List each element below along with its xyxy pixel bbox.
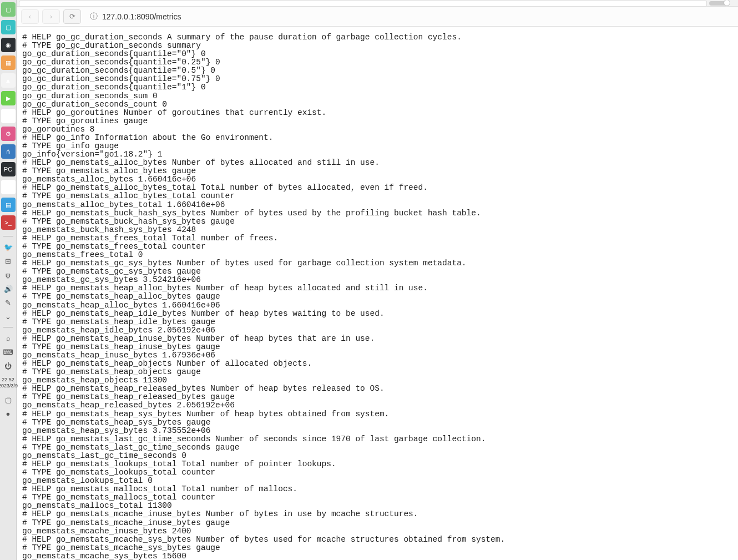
chevron-down-icon[interactable]: ⌄ — [2, 310, 14, 322]
clock-time: 22:52 — [0, 377, 18, 383]
dock-sidebar: ▢▢◉▦▲▶9⚙⋔PC☁▤>_ 🐦⊞ψ🔊✎⌄ ⌕⌨⏻ 22:52 2023/3/… — [0, 0, 17, 560]
app-cloud-icon[interactable]: ☁ — [1, 180, 16, 194]
info-icon: ⓘ — [90, 12, 98, 22]
volume-icon[interactable]: 🔊 — [2, 282, 14, 295]
app-pycharm-icon[interactable]: PC — [1, 162, 16, 176]
app-browser-icon[interactable]: ◉ — [1, 38, 16, 52]
address-bar[interactable]: ⓘ 127.0.0.1:8090/metrics — [84, 9, 734, 24]
usb-icon[interactable]: ψ — [2, 269, 14, 281]
back-button[interactable]: ‹ — [21, 9, 39, 24]
chevron-left-icon: ‹ — [29, 12, 31, 21]
toggle-switch[interactable] — [709, 1, 734, 6]
url-text: 127.0.0.1:8090/metrics — [102, 12, 181, 21]
tab-strip[interactable] — [19, 1, 707, 6]
power-icon[interactable]: ⏻ — [2, 360, 14, 372]
forward-button[interactable]: › — [42, 9, 60, 24]
separator — [3, 327, 13, 327]
clock: 22:52 2023/3/9 — [0, 377, 18, 389]
reload-button[interactable]: ⟳ — [63, 9, 81, 24]
dot-icon[interactable]: ● — [2, 408, 14, 420]
app-cyan-icon[interactable]: ▢ — [1, 20, 16, 34]
app-gear-icon[interactable]: ⚙ — [1, 127, 16, 141]
app-photos-icon[interactable]: ▲ — [1, 73, 16, 88]
app-orange-icon[interactable]: ▦ — [1, 56, 16, 70]
eyedropper-icon[interactable]: ✎ — [2, 296, 14, 309]
clock-date: 2023/3/9 — [0, 383, 18, 389]
metrics-output: # HELP go_gc_duration_seconds A summary … — [22, 33, 732, 560]
app-terminal-icon[interactable]: >_ — [1, 215, 16, 230]
tab-bar — [17, 0, 738, 7]
app-green-icon[interactable]: ▢ — [1, 2, 16, 17]
app-blue-icon[interactable]: ▤ — [1, 198, 16, 212]
chevron-right-icon: › — [50, 12, 52, 21]
bird-icon[interactable]: 🐦 — [2, 241, 14, 253]
keyboard-icon[interactable]: ⌨ — [2, 346, 14, 358]
page-content[interactable]: # HELP go_gc_duration_seconds A summary … — [17, 27, 738, 560]
app-vscode-icon[interactable]: ⋔ — [1, 144, 16, 159]
app-nine-icon[interactable]: 9 — [1, 109, 16, 123]
green-square-icon[interactable]: ▢ — [2, 394, 14, 406]
separator — [3, 236, 13, 236]
grid-icon[interactable]: ⊞ — [2, 255, 14, 267]
main-area: ‹ › ⟳ ⓘ 127.0.0.1:8090/metrics # HELP go… — [17, 0, 738, 560]
browser-toolbar: ‹ › ⟳ ⓘ 127.0.0.1:8090/metrics — [17, 7, 738, 27]
reload-icon: ⟳ — [69, 12, 75, 21]
app-media-icon[interactable]: ▶ — [1, 91, 16, 105]
search-icon[interactable]: ⌕ — [2, 332, 14, 344]
